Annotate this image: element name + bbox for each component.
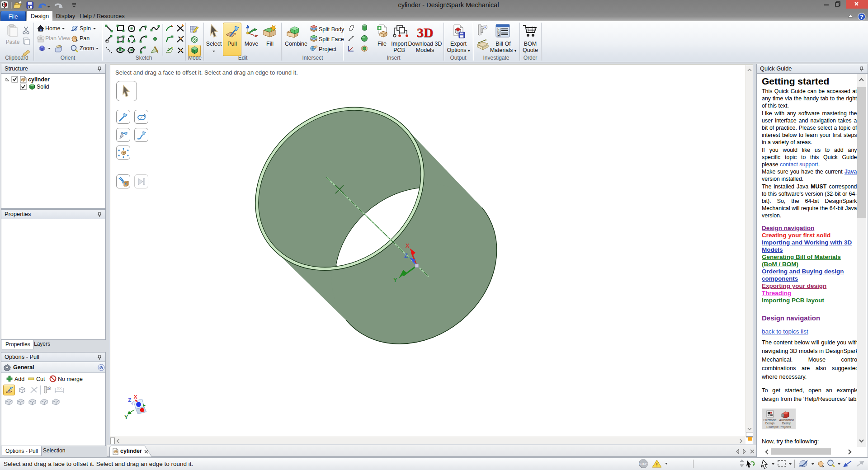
svg-text:?: ? (860, 14, 863, 20)
svg-text:Z: Z (404, 252, 408, 259)
svg-text:Y: Y (124, 414, 128, 420)
svg-text:Y: Y (393, 277, 397, 283)
svg-text:STOP: STOP (639, 462, 647, 465)
svg-text:1: 1 (498, 28, 500, 32)
svg-text:2: 2 (498, 33, 500, 37)
svg-text:XX: XX (57, 386, 62, 390)
svg-text:X: X (406, 242, 410, 249)
svg-text:!: ! (656, 462, 658, 467)
svg-text:X: X (134, 394, 137, 400)
svg-text:Z: Z (128, 397, 131, 403)
